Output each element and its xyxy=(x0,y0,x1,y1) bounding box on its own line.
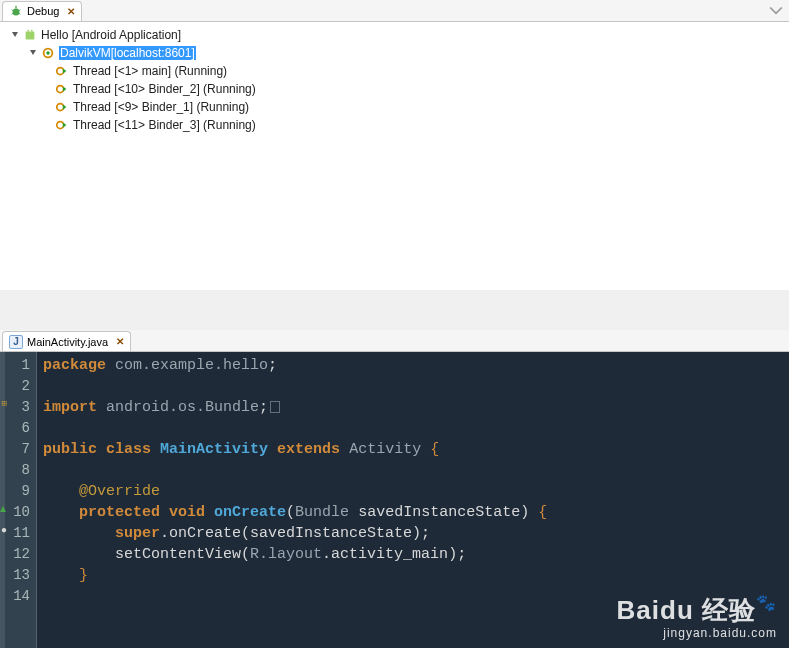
code-token: { xyxy=(538,504,547,521)
twisty-icon[interactable] xyxy=(28,48,38,58)
android-app-icon xyxy=(22,27,38,43)
tree-thread-node[interactable]: Thread [<9> Binder_1] (Running) xyxy=(0,98,789,116)
override-marker-icon[interactable] xyxy=(0,499,7,507)
svg-point-0 xyxy=(13,8,20,15)
tree-label: Hello [Android Application] xyxy=(41,28,181,42)
twisty-icon[interactable] xyxy=(10,30,20,40)
svg-point-10 xyxy=(46,51,50,55)
tree-app-node[interactable]: Hello [Android Application] xyxy=(0,26,789,44)
dalvik-vm-icon xyxy=(40,45,56,61)
svg-point-7 xyxy=(27,30,29,32)
code-token: setContentView xyxy=(115,546,241,563)
code-token: package xyxy=(43,357,106,374)
line-number-gutter[interactable]: ⊞ ● 1 2 3 6 7 8 9 10 11 12 13 14 xyxy=(0,352,36,648)
code-token: R xyxy=(250,546,259,563)
panel-divider[interactable] xyxy=(0,290,789,330)
code-token: Bundle xyxy=(295,504,349,521)
debug-tree[interactable]: Hello [Android Application] DalvikVM[loc… xyxy=(0,22,789,290)
close-icon[interactable]: ✕ xyxy=(67,6,75,17)
code-token: MainActivity xyxy=(160,441,268,458)
tree-thread-node[interactable]: Thread [<1> main] (Running) xyxy=(0,62,789,80)
close-icon[interactable]: ✕ xyxy=(116,336,124,347)
code-token: ) xyxy=(412,525,421,542)
thread-icon xyxy=(54,81,70,97)
svg-line-3 xyxy=(19,9,21,11)
thread-icon xyxy=(54,99,70,115)
editor-tabbar: J MainActivity.java ✕ xyxy=(0,330,789,352)
code-token: } xyxy=(79,567,88,584)
svg-line-5 xyxy=(19,13,21,15)
svg-point-14 xyxy=(57,122,64,129)
code-token: void xyxy=(169,504,205,521)
code-token: onCreate xyxy=(214,504,286,521)
code-token: ; xyxy=(457,546,466,563)
svg-point-11 xyxy=(57,68,64,75)
tree-label: Thread [<11> Binder_3] (Running) xyxy=(73,118,256,132)
tree-label: DalvikVM[localhost:8601] xyxy=(59,46,196,60)
code-token: public xyxy=(43,441,97,458)
code-token: ; xyxy=(421,525,430,542)
debug-tab[interactable]: Debug ✕ xyxy=(2,1,82,21)
fold-placeholder-icon[interactable] xyxy=(270,401,280,413)
tree-label: Thread [<10> Binder_2] (Running) xyxy=(73,82,256,96)
svg-point-8 xyxy=(31,30,33,32)
java-file-icon: J xyxy=(9,335,23,349)
code-token: { xyxy=(430,441,439,458)
code-token: Activity xyxy=(349,441,421,458)
code-token: ( xyxy=(286,504,295,521)
code-token: ( xyxy=(241,546,250,563)
code-editor[interactable]: ⊞ ● 1 2 3 6 7 8 9 10 11 12 13 14 package… xyxy=(0,352,789,648)
thread-icon xyxy=(54,63,70,79)
code-token: @Override xyxy=(79,483,160,500)
code-token: .onCreate xyxy=(160,525,241,542)
debug-tabbar: Debug ✕ xyxy=(0,0,789,22)
svg-line-4 xyxy=(12,13,14,15)
tree-thread-node[interactable]: Thread [<10> Binder_2] (Running) xyxy=(0,80,789,98)
code-token: import xyxy=(43,399,97,416)
code-token: savedInstanceState xyxy=(358,504,520,521)
tree-thread-node[interactable]: Thread [<11> Binder_3] (Running) xyxy=(0,116,789,134)
svg-rect-6 xyxy=(26,32,35,40)
code-token: extends xyxy=(277,441,340,458)
editor-tab-label: MainActivity.java xyxy=(27,336,108,348)
bug-icon xyxy=(9,4,23,18)
thread-icon xyxy=(54,117,70,133)
svg-point-12 xyxy=(57,86,64,93)
code-token: .activity_main xyxy=(322,546,448,563)
tree-vm-node[interactable]: DalvikVM[localhost:8601] xyxy=(0,44,789,62)
code-token: class xyxy=(106,441,151,458)
view-menu-icon[interactable] xyxy=(769,4,783,18)
code-token: com.example.hello xyxy=(106,357,268,374)
svg-line-2 xyxy=(12,9,14,11)
code-token: ) xyxy=(520,504,529,521)
tree-label: Thread [<1> main] (Running) xyxy=(73,64,227,78)
code-token: .layout xyxy=(259,546,322,563)
breakpoint-marker-icon[interactable]: ● xyxy=(0,520,7,528)
code-token: super xyxy=(115,525,160,542)
debug-panel: Debug ✕ Hello [Android Application] xyxy=(0,0,789,290)
debug-tab-label: Debug xyxy=(27,5,59,17)
fold-expand-icon[interactable]: ⊞ xyxy=(0,394,7,402)
code-token: android.os.Bundle xyxy=(97,399,259,416)
code-token: ; xyxy=(268,357,277,374)
editor-panel: J MainActivity.java ✕ ⊞ ● 1 2 3 6 7 8 9 … xyxy=(0,330,789,648)
tree-label: Thread [<9> Binder_1] (Running) xyxy=(73,100,249,114)
code-token: ) xyxy=(448,546,457,563)
code-token: protected xyxy=(79,504,160,521)
code-token: savedInstanceState xyxy=(250,525,412,542)
svg-point-13 xyxy=(57,104,64,111)
editor-tab[interactable]: J MainActivity.java ✕ xyxy=(2,331,131,351)
code-token: ; xyxy=(259,399,268,416)
code-token: ( xyxy=(241,525,250,542)
code-content[interactable]: package com.example.hello; import androi… xyxy=(36,352,789,648)
